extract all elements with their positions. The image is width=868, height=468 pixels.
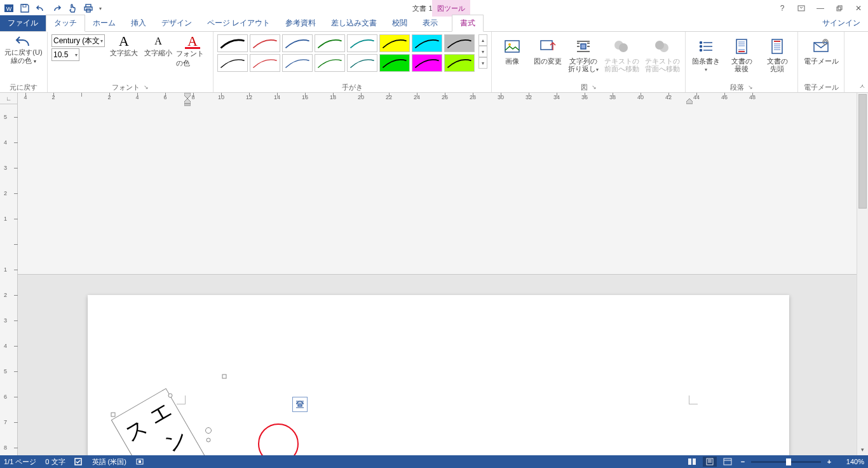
change-picture-button[interactable]: 図の変更 bbox=[531, 34, 564, 65]
right-indent-marker[interactable] bbox=[686, 99, 693, 104]
shrink-font-button[interactable]: A文字縮小 bbox=[142, 34, 175, 68]
pen-green-thin[interactable] bbox=[315, 54, 345, 72]
tab-page-layout[interactable]: ページ レイアウト bbox=[200, 15, 278, 31]
horizontal-ruler[interactable]: 4224681012141618202224262830323436384042… bbox=[18, 93, 868, 275]
svg-point-16 bbox=[655, 41, 664, 50]
ribbon-tabs: ファイル タッチ ホーム 挿入 デザイン ページ レイアウト 参考資料 差し込み… bbox=[0, 17, 868, 32]
help-icon[interactable]: ? bbox=[773, 0, 792, 17]
status-proofing-icon[interactable] bbox=[74, 458, 83, 465]
status-language[interactable]: 英語 (米国) bbox=[92, 457, 126, 467]
view-print-icon[interactable] bbox=[703, 457, 717, 467]
ruler-corner[interactable]: ∟ bbox=[0, 93, 18, 104]
handle-e[interactable] bbox=[207, 437, 211, 442]
svg-rect-27 bbox=[139, 460, 141, 463]
status-word-count[interactable]: 0 文字 bbox=[45, 457, 65, 467]
quick-print-icon[interactable] bbox=[81, 1, 96, 16]
save-icon[interactable] bbox=[17, 1, 32, 16]
pen-black-thick[interactable] bbox=[217, 34, 248, 52]
tab-review[interactable]: 校閲 bbox=[384, 15, 415, 31]
touch-mode-icon[interactable] bbox=[65, 1, 80, 16]
bullets-button[interactable]: 箇条書き▾ bbox=[689, 34, 722, 74]
pen-black-thin[interactable] bbox=[217, 54, 248, 72]
scroll-thumb[interactable] bbox=[858, 94, 867, 209]
view-web-icon[interactable] bbox=[721, 457, 735, 467]
vertical-scrollbar[interactable]: ▴ ▾ bbox=[857, 93, 868, 455]
tab-references[interactable]: 参考資料 bbox=[278, 15, 323, 31]
document-canvas[interactable]: エンプロス ↵ bbox=[18, 275, 868, 456]
handle-n[interactable] bbox=[168, 393, 173, 397]
qat-dropdown-icon[interactable]: ▾ bbox=[97, 1, 104, 16]
pen-teal[interactable] bbox=[347, 34, 377, 52]
picture-launcher-icon[interactable]: ↘ bbox=[592, 84, 597, 90]
group-ink-label: 手がき bbox=[342, 82, 363, 92]
view-read-icon[interactable] bbox=[685, 457, 699, 467]
redo-icon[interactable] bbox=[49, 1, 64, 16]
undo-icon[interactable] bbox=[33, 1, 48, 16]
tab-mailings[interactable]: 差し込み文書 bbox=[323, 15, 384, 31]
hl-green[interactable] bbox=[379, 54, 410, 72]
font-color-button[interactable]: Aフォントの色 bbox=[176, 34, 209, 68]
handle-nw[interactable] bbox=[111, 412, 116, 416]
hl-cyan[interactable] bbox=[412, 34, 442, 52]
font-launcher-icon[interactable]: ↘ bbox=[144, 84, 149, 90]
pen-blue-thin[interactable] bbox=[282, 54, 313, 72]
group-undo-label: 元に戻す bbox=[10, 82, 37, 92]
pen-gallery[interactable] bbox=[217, 34, 475, 72]
zoom-thumb[interactable] bbox=[786, 458, 791, 465]
picture-button[interactable]: 画像 bbox=[496, 34, 529, 65]
hanging-indent-marker[interactable] bbox=[184, 99, 191, 106]
sign-in-link[interactable]: サインイン bbox=[818, 15, 864, 31]
svg-rect-8 bbox=[838, 6, 842, 10]
scroll-down-icon[interactable]: ▾ bbox=[857, 444, 868, 455]
selected-shape[interactable]: エンプロス bbox=[107, 396, 234, 456]
vertical-ruler[interactable]: 5432112345678 bbox=[0, 104, 18, 455]
paragraph-launcher-icon[interactable]: ↘ bbox=[748, 84, 753, 90]
pen-blue[interactable] bbox=[282, 34, 313, 52]
font-size-combo[interactable]: 10.5▾ bbox=[51, 48, 79, 61]
hl-lime[interactable] bbox=[444, 54, 475, 72]
collapse-ribbon-icon[interactable]: ㅅ bbox=[859, 82, 865, 91]
pen-red[interactable] bbox=[250, 34, 280, 52]
pen-green[interactable] bbox=[315, 34, 345, 52]
handle-ne[interactable] bbox=[222, 374, 227, 378]
font-name-combo[interactable]: Century (本文▾ bbox=[51, 34, 105, 47]
group-email: 電子メール 電子メール bbox=[798, 32, 844, 92]
svg-rect-29 bbox=[693, 458, 696, 465]
textbox[interactable]: エンプロス bbox=[111, 388, 230, 455]
doc-top-button[interactable]: 文書の先頭 bbox=[761, 34, 794, 72]
tab-design[interactable]: デザイン bbox=[154, 15, 200, 31]
rotation-handle[interactable] bbox=[205, 427, 212, 434]
status-page[interactable]: 1/1 ページ bbox=[4, 457, 36, 467]
zoom-out-button[interactable]: − bbox=[738, 457, 747, 466]
layout-options-icon[interactable] bbox=[292, 397, 308, 412]
hl-gray[interactable] bbox=[444, 34, 475, 52]
tab-touch[interactable]: タッチ bbox=[46, 15, 85, 32]
zoom-in-button[interactable]: + bbox=[825, 457, 834, 466]
maximize-icon[interactable] bbox=[830, 0, 849, 17]
close-icon[interactable]: ✕ bbox=[849, 0, 868, 17]
ribbon-options-icon[interactable] bbox=[792, 0, 811, 17]
pen-red-thin[interactable] bbox=[250, 54, 280, 72]
tab-file[interactable]: ファイル bbox=[0, 15, 46, 31]
text-wrap-button[interactable]: 文字列の折り返し▾ bbox=[567, 34, 600, 74]
tab-format[interactable]: 書式 bbox=[452, 15, 484, 32]
undo-button[interactable]: 元に戻す(U) 線の色 ▾ bbox=[4, 34, 43, 65]
svg-point-17 bbox=[700, 42, 702, 44]
hl-magenta[interactable] bbox=[412, 54, 442, 72]
pen-gallery-scroll[interactable]: ▴▾▾ bbox=[478, 34, 487, 69]
zoom-level[interactable]: 140% bbox=[837, 458, 864, 465]
svg-rect-28 bbox=[688, 458, 691, 465]
email-button[interactable]: 電子メール bbox=[802, 34, 840, 65]
minimize-icon[interactable]: — bbox=[811, 0, 830, 17]
tab-view[interactable]: 表示 bbox=[415, 15, 445, 31]
svg-text:W: W bbox=[6, 6, 12, 12]
pen-teal-thin[interactable] bbox=[347, 54, 377, 72]
doc-end-button[interactable]: 文書の最後 bbox=[725, 34, 758, 72]
grow-font-button[interactable]: A文字拡大 bbox=[107, 34, 140, 68]
hl-yellow[interactable] bbox=[379, 34, 410, 52]
zoom-slider[interactable] bbox=[751, 461, 821, 463]
status-macro-icon[interactable] bbox=[135, 458, 144, 465]
svg-point-23 bbox=[823, 39, 828, 45]
tab-home[interactable]: ホーム bbox=[85, 15, 123, 31]
tab-insert[interactable]: 挿入 bbox=[123, 15, 154, 31]
